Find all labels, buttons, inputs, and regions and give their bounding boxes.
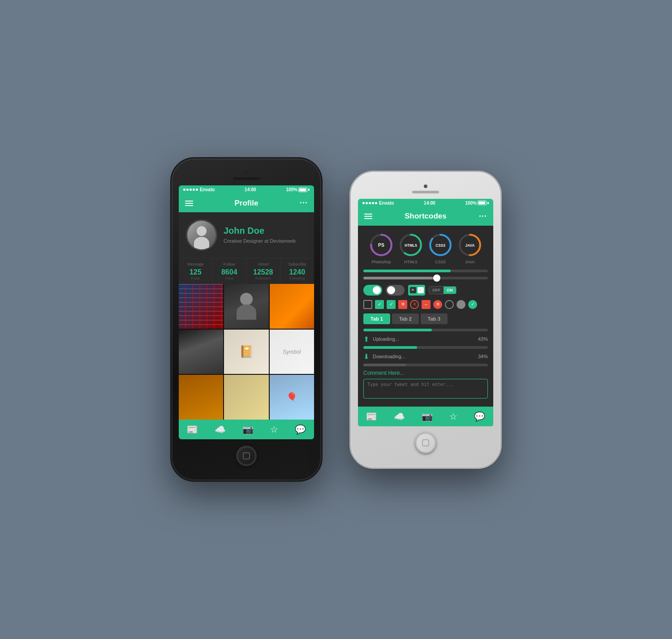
signal-dots-white: [362, 202, 377, 204]
photo-1[interactable]: [224, 284, 268, 328]
checkbox-checked-2[interactable]: ✓: [387, 300, 396, 309]
checkbox-empty[interactable]: [363, 300, 372, 309]
phone-bottom-white: [358, 426, 493, 459]
checkbox-circle-gray[interactable]: [457, 300, 465, 309]
profile-info: John Doe Creative Designer at Deviserweb: [224, 226, 307, 244]
upload-pct: 43%: [478, 336, 488, 342]
photo-5[interactable]: Symbol: [270, 330, 314, 374]
circle-svg-photoshop: PS: [368, 232, 394, 258]
circle-css3: CSS3 CSS3: [427, 232, 453, 264]
checkbox-checked-1[interactable]: ✓: [375, 300, 384, 309]
checkbox-x-circle[interactable]: ✕: [433, 300, 442, 309]
checkbox-x-1[interactable]: ✕: [398, 300, 407, 309]
stat-follow[interactable]: Follow 8604 Fans: [213, 258, 247, 284]
checkbox-circle-check[interactable]: ✓: [468, 300, 477, 309]
checkbox-x-2[interactable]: ✕: [410, 300, 419, 309]
tab-news-black[interactable]: 📰: [187, 424, 198, 435]
tab-chat-black[interactable]: 💬: [295, 424, 306, 435]
slider-gray[interactable]: [363, 277, 488, 279]
slider-green[interactable]: [363, 270, 488, 272]
checkbox-minus[interactable]: −: [422, 300, 431, 309]
tab-chat-white[interactable]: 💬: [474, 411, 485, 422]
checkbox-circle-empty[interactable]: [445, 300, 454, 309]
stat-subscribe[interactable]: Subscribe 1240 Following: [280, 258, 314, 284]
circle-svg-css3: CSS3: [427, 232, 453, 258]
tab-star-black[interactable]: ☆: [270, 424, 278, 435]
photo-3[interactable]: [179, 330, 223, 374]
toggle-labeled[interactable]: OFF ON: [429, 286, 457, 294]
toggle-square[interactable]: ✕ ✓: [408, 285, 425, 296]
white-phone: Envato 14:00 100% Shortcodes: [349, 171, 502, 469]
home-button-black[interactable]: [236, 446, 257, 466]
hamburger-icon-black[interactable]: [185, 201, 193, 206]
profile-first-name: John: [224, 226, 247, 236]
tab-cloud-black[interactable]: ☁️: [215, 424, 226, 435]
tab-1[interactable]: Tab 1: [363, 313, 390, 324]
photo-grid: 📔 Symbol 🎈: [179, 284, 314, 419]
sliders-section: [363, 270, 488, 279]
status-bar-white: Envato 14:00 100%: [358, 199, 493, 207]
svg-text:CSS3: CSS3: [435, 244, 445, 248]
stat-about[interactable]: About 12528 Followers: [246, 258, 280, 284]
hamburger-icon-white[interactable]: [364, 214, 372, 219]
time-black: 14:00: [245, 187, 256, 192]
tab-bar-white: 📰 ☁️ 📷 ☆ 💬: [358, 407, 493, 426]
comment-label: Comment Here...: [363, 370, 488, 376]
profile-header: John Doe Creative Designer at Deviserweb: [179, 212, 314, 258]
stat-label-3: Subscribe: [282, 262, 313, 266]
profile-screen: John Doe Creative Designer at Deviserweb…: [179, 212, 314, 439]
more-menu-black[interactable]: ···: [300, 198, 308, 208]
tab-star-white[interactable]: ☆: [449, 411, 457, 422]
tab-camera-white[interactable]: 📷: [422, 411, 433, 422]
tab-cloud-white[interactable]: ☁️: [394, 411, 405, 422]
speaker-white: [412, 191, 439, 193]
tab-news-white[interactable]: 📰: [366, 411, 377, 422]
circle-label-css3: CSS3: [435, 260, 446, 264]
home-button-white[interactable]: [415, 433, 436, 453]
photo-0[interactable]: [179, 284, 223, 328]
carrier-black: Envato: [200, 187, 215, 192]
stats-row: Message 125 Posts Follow 8604 Fans About…: [179, 258, 314, 284]
profile-bio: Creative Designer at Deviserweb: [224, 238, 307, 244]
progress-section: [363, 329, 488, 331]
profile-name: John Doe: [224, 226, 307, 236]
download-row: ⬇ Downloading... 34%: [363, 352, 488, 361]
comment-input[interactable]: [363, 379, 488, 399]
carrier-white: Envato: [379, 201, 394, 206]
checkboxes-row: ✓ ✓ ✕ ✕ − ✕ ✓: [363, 300, 488, 309]
svg-text:JAVA: JAVA: [465, 244, 475, 248]
speaker-black: [233, 177, 260, 180]
download-icon: ⬇: [363, 352, 369, 361]
camera-lens-white: [424, 184, 427, 188]
stat-label-1: Follow: [215, 262, 245, 266]
stat-value-0: 125: [181, 268, 211, 276]
photo-6[interactable]: [179, 375, 223, 419]
stat-sub-3: Following: [282, 276, 313, 280]
stat-sub-2: Followers: [248, 276, 278, 280]
stat-label-0: Message: [181, 262, 211, 266]
status-bar-black: Envato 14:00 100%: [179, 185, 314, 194]
stat-value-3: 1240: [282, 268, 313, 276]
battery-black: 100%: [286, 187, 310, 192]
photo-8[interactable]: 🎈: [270, 375, 314, 419]
photo-4[interactable]: 📔: [224, 330, 268, 374]
phone-bottom-black: [179, 439, 314, 472]
more-menu-white[interactable]: ···: [479, 212, 487, 221]
tab-2[interactable]: Tab 2: [392, 313, 419, 324]
photo-2[interactable]: [270, 284, 314, 328]
toggle-on-1[interactable]: [363, 285, 382, 296]
camera-lens-black: [245, 171, 248, 175]
stat-sub-0: Posts: [181, 276, 211, 280]
stat-label-2: About: [248, 262, 278, 266]
stat-value-1: 8604: [215, 268, 245, 276]
stat-message[interactable]: Message 125 Posts: [179, 258, 213, 284]
tab-camera-black[interactable]: 📷: [242, 424, 254, 435]
circle-label-html5: HTML5: [404, 260, 418, 264]
black-phone: Envato 14:00 100% Profile: [170, 157, 323, 481]
toggle-off-1[interactable]: [386, 285, 405, 296]
circle-svg-html5: HTML5: [398, 232, 424, 258]
slider-thumb[interactable]: [433, 274, 440, 282]
photo-7[interactable]: [224, 375, 268, 419]
tab-3[interactable]: Tab 3: [421, 313, 448, 324]
sc-content: PS Photoshop HTML5 HTML5: [358, 226, 493, 407]
